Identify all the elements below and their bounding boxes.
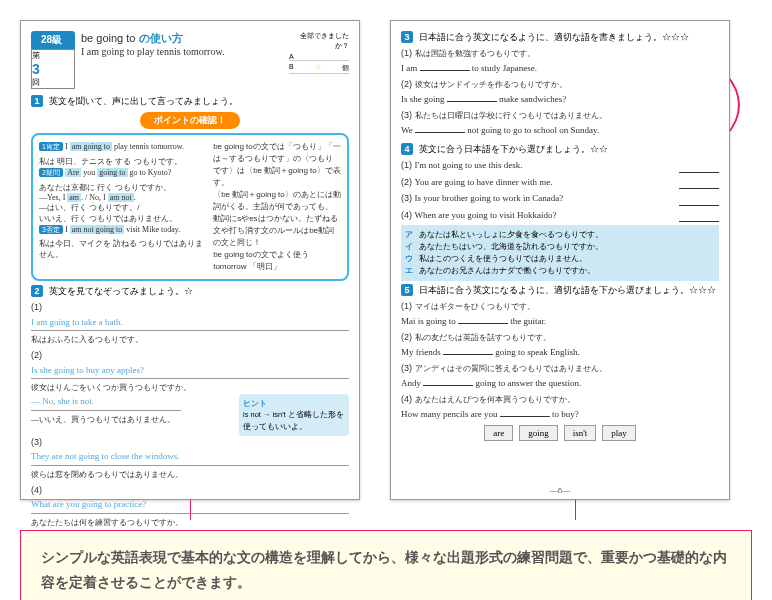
q2-2: (2) Is she going to buy any apples? 彼女はり…: [31, 349, 349, 426]
point-banner: ポイントの確認！: [140, 112, 240, 129]
q4-4: (4) When are you going to visit Hokkaido…: [401, 209, 719, 223]
hint-box: ヒント is not → isn't と省略した形を使ってもいいよ。: [239, 394, 349, 436]
gr-note-3: be going toの文でよく使うtomorrow 「明日」: [213, 249, 341, 273]
q4-4-en: When are you going to visit Hokkaido?: [415, 209, 557, 223]
word-3: isn't: [564, 425, 597, 441]
star-icon: ☆: [315, 63, 321, 73]
q2-1-jp: 私はおふろに入るつもりです。: [31, 334, 349, 346]
q2-3: (3) They are not going to close the wind…: [31, 436, 349, 481]
q4-1: (1) I'm not going to use this desk.: [401, 159, 719, 173]
caption-box: シンプルな英語表現で基本的な文の構造を理解してから、様々な出題形式の練習問題で、…: [20, 530, 752, 600]
page-container: 28級 第 3 回 be going to の使い方 I am going to…: [0, 0, 772, 520]
q5-4-jp: あなたはえんぴつを何本買うつもりですか。: [415, 395, 575, 404]
q3-2b: make sandwiches?: [497, 94, 566, 104]
q5-2a: My friends: [401, 347, 443, 357]
section-num-3: 3: [401, 31, 413, 43]
q2-3-jp: 彼らは窓を閉めるつもりではありません。: [31, 469, 349, 481]
g3-en: I am not going to visit Mike today.: [65, 225, 180, 234]
s2-title: 英文を見てなぞってみましょう。☆: [49, 286, 193, 296]
q5-1-jp: マイはギターをひくつもりです。: [415, 302, 535, 311]
section-5: 5 日本語に合う英文になるように、適切な語を下から選びましょう。☆☆☆: [401, 284, 719, 297]
q4-1-en: I'm not going to use this desk.: [415, 159, 523, 173]
q3-3a: We: [401, 125, 415, 135]
tag-negative: 3否定: [39, 225, 63, 234]
score-a: A: [289, 53, 294, 60]
choice-i: あなたたちはいつ、北海道を訪れるつもりですか。: [419, 241, 603, 253]
g1-jp: 私は 明日、テニスを する つもりです。: [39, 156, 205, 167]
blank: [420, 61, 470, 71]
section-2: 2 英文を見てなぞってみましょう。☆: [31, 285, 349, 298]
page-header: 28級 第 3 回 be going to の使い方 I am going to…: [31, 31, 349, 89]
q3-2a: Is she going: [401, 94, 447, 104]
right-page: 3 日本語に合う英文になるように、適切な語を書きましょう。☆☆☆ (1) 私は国…: [390, 20, 730, 500]
g2-jp: あなたは京都に 行く つもりですか。: [39, 182, 205, 193]
tag-question: 2疑問: [39, 168, 63, 177]
grammar-box: 1肯定 I am going to play tennis tomorrow. …: [31, 133, 349, 281]
title-en: I am going to play tennis tomorrow.: [81, 46, 283, 57]
section-num-2: 2: [31, 285, 43, 297]
g2-answer: —Yes, I am. / No, I am not.: [39, 193, 205, 202]
q2-1: (1) I am going to take a bath. 私はおふろに入るつ…: [31, 301, 349, 346]
q5-2b: going to speak English.: [493, 347, 580, 357]
q3-1: (1) 私は国語を勉強するつもりです。 I am to study Japane…: [401, 47, 719, 75]
section-3: 3 日本語に合う英文になるように、適切な語を書きましょう。☆☆☆: [401, 31, 719, 44]
hint-body: is not → isn't と省略した形を使ってもいいよ。: [243, 409, 345, 432]
hint-title: ヒント: [243, 399, 267, 408]
gr-note-1: be going toの文では「つもり」「一は～するつもりです」の〈つもりです〉…: [213, 141, 341, 189]
q2-2-en: Is she going to buy any apples?: [31, 364, 349, 380]
title-jp: be going to の使い方: [81, 31, 283, 46]
lesson-prefix: 第: [32, 50, 74, 61]
q5-1b: the guitar.: [508, 316, 546, 326]
score-box: 全部できましたか？ A B☆個: [289, 31, 349, 74]
title-prefix: be going to: [81, 32, 139, 44]
score-unit: 個: [342, 63, 349, 73]
q3-2-jp: 彼女はサンドイッチを作るつもりですか。: [415, 80, 567, 89]
choice-a: あなたは私といっしょに夕食を食べるつもりです。: [419, 229, 603, 241]
q3-3b: not going to go to school on Sunday.: [465, 125, 599, 135]
g1-en: I am going to play tennis tomorrow.: [65, 142, 184, 151]
word-2: going: [519, 425, 558, 441]
blank: [500, 407, 550, 417]
grammar-notes: be going toの文では「つもり」「一は～するつもりです」の〈つもりです〉…: [213, 141, 341, 273]
s3-title: 日本語に合う英文になるように、適切な語を書きましょう。☆☆☆: [419, 32, 689, 42]
q2-3-en: They are not going to close the windows.: [31, 450, 349, 466]
grade-badge: 28級: [31, 31, 75, 49]
answer-slot: [679, 159, 719, 173]
s4-title: 英文に合う日本語を下から選びましょう。☆☆: [419, 144, 608, 154]
section-num-4: 4: [401, 143, 413, 155]
q3-1a: I am: [401, 63, 420, 73]
q5-1a: Mai is going to: [401, 316, 458, 326]
answer-slot: [679, 192, 719, 206]
q3-2: (2) 彼女はサンドイッチを作るつもりですか。 Is she going mak…: [401, 78, 719, 106]
s1-title: 英文を聞いて、声に出して言ってみましょう。: [49, 96, 238, 106]
blank: [415, 123, 465, 133]
blank: [447, 92, 497, 102]
q5-4: (4) あなたはえんぴつを何本買うつもりですか。 How many pencil…: [401, 393, 719, 421]
choice-e: あなたのお兄さんはカナダで働くつもりですか。: [419, 265, 595, 277]
blank: [458, 314, 508, 324]
choice-u: 私はこのつくえを使うつもりではありません。: [419, 253, 587, 265]
q3-3-jp: 私たちは日曜日は学校に行くつもりではありません。: [415, 111, 607, 120]
q5-2-jp: 私の友だちは英語を話すつもりです。: [415, 333, 551, 342]
s5-title: 日本語に合う英文になるように、適切な語を下から選びましょう。☆☆☆: [419, 285, 716, 295]
q5-3-jp: アンディはその質問に答えるつもりではありません。: [415, 364, 607, 373]
q2-4: (4) What are you going to practice? あなたた…: [31, 484, 349, 529]
answer-slot: [679, 209, 719, 223]
title-area: be going to の使い方 I am going to play tenn…: [81, 31, 283, 57]
lesson-box: 第 3 回: [31, 49, 75, 89]
q3-1-jp: 私は国語を勉強するつもりです。: [415, 49, 535, 58]
q5-3b: going to answer the question.: [473, 378, 581, 388]
word-1: are: [484, 425, 513, 441]
blank: [443, 345, 493, 355]
word-4: play: [602, 425, 636, 441]
left-page: 28級 第 3 回 be going to の使い方 I am going to…: [20, 20, 360, 500]
q2-1-en: I am going to take a bath.: [31, 316, 349, 332]
q5-4b: to buy?: [550, 409, 579, 419]
q3-3: (3) 私たちは日曜日は学校に行くつもりではありません。 We not goin…: [401, 109, 719, 137]
q2-4-en: What are you going to practice?: [31, 498, 349, 514]
q5-3: (3) アンディはその質問に答えるつもりではありません。 Andy going …: [401, 362, 719, 390]
tag-affirmative: 1肯定: [39, 142, 63, 151]
grammar-examples: 1肯定 I am going to play tennis tomorrow. …: [39, 141, 205, 273]
q2-2-jp: 彼女はりんごをいくつか買うつもりですか。: [31, 382, 349, 394]
q4-3-en: Is your brother going to work in Canada?: [415, 192, 564, 206]
